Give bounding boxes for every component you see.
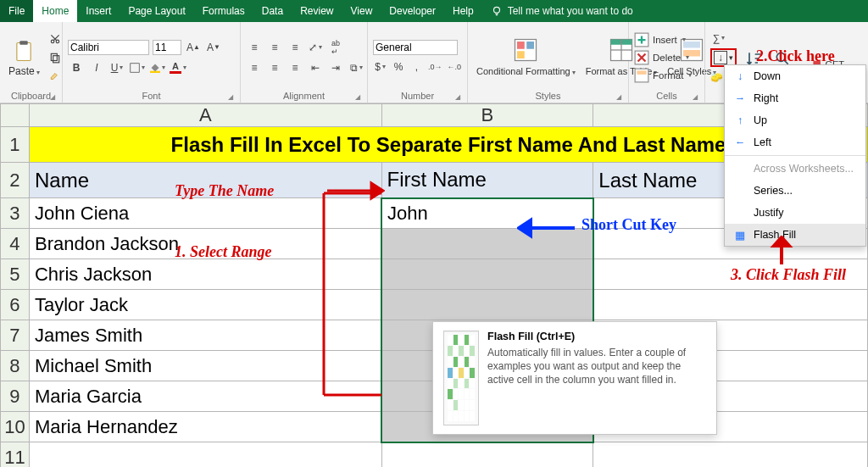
tell-me-search[interactable]: Tell me what you want to do xyxy=(482,0,633,22)
svg-rect-8 xyxy=(150,70,160,72)
format-painter-button[interactable] xyxy=(47,68,64,85)
accounting-button[interactable]: $ xyxy=(373,58,387,75)
align-top-button[interactable]: ≡ xyxy=(246,39,263,56)
row-header[interactable]: 9 xyxy=(1,381,30,412)
font-color-button[interactable]: A xyxy=(170,59,186,76)
align-bottom-button[interactable]: ≡ xyxy=(287,39,303,56)
fill-down-item[interactable]: ↓Down xyxy=(725,65,865,87)
flash-fill-tooltip: Flash Fill (Ctrl+E) Automatically fill i… xyxy=(432,321,717,435)
arrow-down-icon: ↓ xyxy=(733,69,747,83)
tab-review[interactable]: Review xyxy=(292,0,342,22)
bucket-icon xyxy=(150,62,160,74)
italic-button[interactable]: I xyxy=(88,59,105,76)
increase-indent-button[interactable]: ⇥ xyxy=(327,59,344,76)
bold-button[interactable]: B xyxy=(68,59,85,76)
increase-font-button[interactable]: A▲ xyxy=(185,39,202,56)
cell-b6[interactable] xyxy=(381,290,593,320)
annotation-type-name: Type The Name xyxy=(175,182,274,200)
annotation-arrow-up-icon xyxy=(770,236,793,266)
row-header-11[interactable]: 11 xyxy=(1,442,30,468)
paste-button[interactable]: Paste xyxy=(5,36,43,79)
row-header-2[interactable]: 2 xyxy=(1,163,30,198)
align-right-button[interactable]: ≡ xyxy=(287,59,303,76)
delete-cells-button[interactable]: Delete xyxy=(634,49,692,66)
fill-color-button[interactable] xyxy=(149,59,166,76)
paste-icon xyxy=(12,38,36,65)
fill-right-item[interactable]: →Right xyxy=(725,87,865,109)
row-header[interactable]: 10 xyxy=(1,412,30,442)
wrap-text-button[interactable]: ab↵ xyxy=(327,39,344,56)
tab-help[interactable]: Help xyxy=(444,0,482,22)
tab-insert[interactable]: Insert xyxy=(77,0,120,22)
row-header[interactable]: 5 xyxy=(1,259,30,290)
tell-me-text: Tell me what you want to do xyxy=(508,5,633,17)
comma-button[interactable]: , xyxy=(409,58,424,75)
autosum-button[interactable]: ∑ xyxy=(710,30,727,47)
fill-dropdown-menu: ↓Down →Right ↑Up ←Left Across Worksheets… xyxy=(724,64,866,247)
cut-icon xyxy=(49,33,61,45)
fill-left-item[interactable]: ←Left xyxy=(725,131,865,153)
copy-button[interactable] xyxy=(47,49,64,66)
group-label-clipboard: Clipboard xyxy=(5,89,57,103)
row-header[interactable]: 8 xyxy=(1,351,30,381)
tab-home[interactable]: Home xyxy=(33,0,77,22)
underline-button[interactable]: U xyxy=(108,59,125,76)
cell-a10[interactable]: Maria Hernandez xyxy=(29,412,381,442)
percent-button[interactable]: % xyxy=(391,58,405,75)
svg-rect-10 xyxy=(517,42,525,49)
row-header[interactable]: 3 xyxy=(1,198,30,229)
group-clipboard: Paste Clipboard xyxy=(0,22,63,103)
align-left-button[interactable]: ≡ xyxy=(246,59,263,76)
fill-up-item[interactable]: ↑Up xyxy=(725,109,865,131)
font-size-input[interactable] xyxy=(153,40,181,55)
arrow-left-icon: ← xyxy=(733,136,747,149)
row-header[interactable]: 6 xyxy=(1,290,30,320)
annotation-arrow-right-icon xyxy=(326,176,385,205)
tab-view[interactable]: View xyxy=(342,0,381,22)
align-middle-button[interactable]: ≡ xyxy=(266,39,283,56)
tooltip-title: Flash Fill (Ctrl+E) xyxy=(487,331,706,342)
fill-flash-fill-item[interactable]: ▦Flash Fill xyxy=(725,224,865,246)
insert-cells-button[interactable]: Insert xyxy=(634,31,692,48)
align-center-button[interactable]: ≡ xyxy=(266,59,283,76)
tab-page-layout[interactable]: Page Layout xyxy=(120,0,193,22)
cell-b5[interactable] xyxy=(381,259,593,290)
merge-center-button[interactable]: ⧉ xyxy=(348,59,364,76)
cell-c6[interactable] xyxy=(593,290,868,320)
row-header[interactable]: 7 xyxy=(1,320,30,351)
annotation-select-range: 1. Select Range xyxy=(175,243,272,261)
conditional-formatting-button[interactable]: Conditional Formatting xyxy=(473,36,579,79)
format-icon xyxy=(634,68,649,83)
tab-formulas[interactable]: Formulas xyxy=(194,0,253,22)
group-label-styles: Styles xyxy=(473,89,623,103)
group-label-font: Font xyxy=(68,89,235,103)
font-name-input[interactable] xyxy=(68,40,149,55)
number-format-select[interactable] xyxy=(373,40,458,55)
fill-justify-item[interactable]: Justify xyxy=(725,202,865,224)
tab-developer[interactable]: Developer xyxy=(381,0,444,22)
annotation-bracket-icon xyxy=(322,188,390,400)
group-label-cells: Cells xyxy=(634,89,699,103)
tab-data[interactable]: Data xyxy=(253,0,292,22)
fill-series-item[interactable]: Series... xyxy=(725,180,865,202)
flash-fill-icon: ▦ xyxy=(733,228,747,242)
increase-decimal-button[interactable]: .0→ xyxy=(427,58,443,75)
tab-file[interactable]: File xyxy=(0,0,33,22)
svg-rect-1 xyxy=(17,42,31,60)
decrease-decimal-button[interactable]: ←.0 xyxy=(447,58,463,75)
annotation-click-here: 2.Click here xyxy=(756,47,835,65)
decrease-indent-button[interactable]: ⇤ xyxy=(307,59,324,76)
borders-button[interactable] xyxy=(129,59,146,76)
cut-button[interactable] xyxy=(47,31,64,47)
row-header[interactable]: 4 xyxy=(1,229,30,259)
format-cells-button[interactable]: Format xyxy=(634,67,692,84)
orientation-button[interactable]: ⤢ xyxy=(307,39,324,56)
row-header-1[interactable]: 1 xyxy=(1,127,30,163)
fill-down-icon: ↓ xyxy=(714,51,727,64)
header-first[interactable]: First Name xyxy=(381,163,593,198)
decrease-font-button[interactable]: A▼ xyxy=(205,39,222,56)
group-label-number: Number xyxy=(373,89,462,103)
svg-rect-5 xyxy=(51,53,57,60)
copy-icon xyxy=(49,52,61,64)
svg-point-0 xyxy=(493,7,499,13)
